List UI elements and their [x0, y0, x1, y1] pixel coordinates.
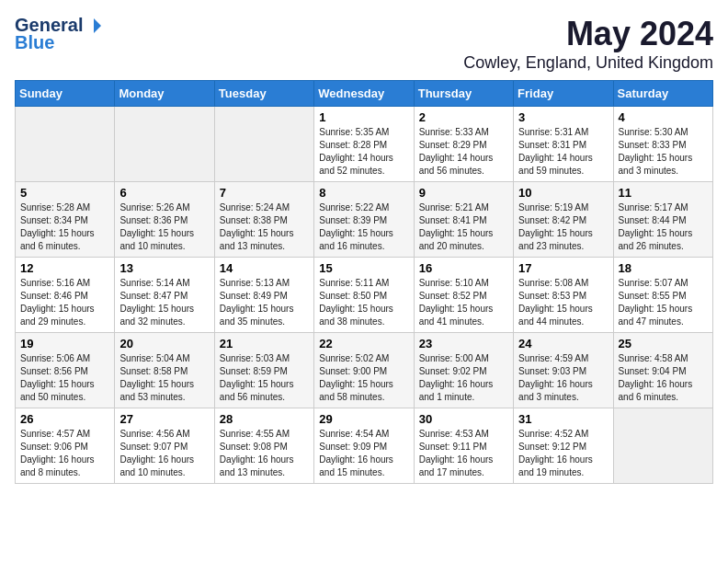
day-number: 30: [419, 412, 508, 426]
calendar-day-7: 7Sunrise: 5:24 AMSunset: 8:38 PMDaylight…: [214, 182, 313, 258]
calendar-day-12: 12Sunrise: 5:16 AMSunset: 8:46 PMDayligh…: [16, 258, 115, 333]
calendar-empty-cell: [214, 107, 313, 182]
weekday-header-sunday: Sunday: [16, 81, 115, 107]
day-number: 4: [619, 110, 708, 124]
day-number: 13: [119, 261, 209, 275]
location-title: Cowley, England, United Kingdom: [463, 53, 713, 73]
day-number: 24: [518, 337, 608, 350]
weekday-header-tuesday: Tuesday: [214, 81, 313, 107]
title-area: May 2024 Cowley, England, United Kingdom: [463, 15, 713, 73]
calendar-day-8: 8Sunrise: 5:22 AMSunset: 8:39 PMDaylight…: [314, 182, 414, 258]
day-number: 21: [220, 337, 309, 350]
day-number: 12: [20, 261, 109, 275]
day-number: 9: [419, 186, 508, 200]
day-number: 31: [518, 412, 608, 426]
day-number: 23: [419, 337, 508, 350]
header: General Blue May 2024 Cowley, England, U…: [15, 15, 713, 73]
calendar-day-21: 21Sunrise: 5:03 AMSunset: 8:59 PMDayligh…: [214, 333, 313, 408]
calendar-day-3: 3Sunrise: 5:31 AMSunset: 8:31 PMDaylight…: [514, 107, 613, 182]
day-number: 10: [518, 186, 608, 200]
day-number: 27: [119, 412, 209, 426]
day-number: 17: [518, 261, 608, 275]
day-number: 26: [20, 412, 109, 426]
calendar-day-19: 19Sunrise: 5:06 AMSunset: 8:56 PMDayligh…: [16, 333, 115, 408]
calendar-empty-cell: [115, 107, 214, 182]
month-title: May 2024: [463, 15, 713, 53]
day-info: Sunrise: 5:24 AMSunset: 8:38 PMDaylight:…: [220, 201, 309, 253]
weekday-header-saturday: Saturday: [613, 81, 712, 107]
day-number: 6: [119, 186, 209, 200]
logo-blue-text: Blue: [15, 32, 54, 53]
day-number: 7: [220, 186, 309, 200]
day-info: Sunrise: 5:17 AMSunset: 8:44 PMDaylight:…: [619, 201, 708, 253]
day-number: 14: [220, 261, 309, 275]
day-info: Sunrise: 5:06 AMSunset: 8:56 PMDaylight:…: [20, 352, 109, 404]
calendar: SundayMondayTuesdayWednesdayThursdayFrid…: [15, 80, 713, 484]
day-info: Sunrise: 5:16 AMSunset: 8:46 PMDaylight:…: [20, 277, 109, 328]
day-number: 5: [20, 186, 109, 200]
calendar-day-11: 11Sunrise: 5:17 AMSunset: 8:44 PMDayligh…: [613, 182, 712, 258]
day-info: Sunrise: 4:54 AMSunset: 9:09 PMDaylight:…: [319, 428, 408, 479]
day-info: Sunrise: 5:31 AMSunset: 8:31 PMDaylight:…: [518, 126, 608, 178]
calendar-day-30: 30Sunrise: 4:53 AMSunset: 9:11 PMDayligh…: [414, 408, 513, 484]
day-number: 20: [119, 337, 209, 350]
calendar-day-29: 29Sunrise: 4:54 AMSunset: 9:09 PMDayligh…: [314, 408, 414, 484]
day-info: Sunrise: 5:04 AMSunset: 8:58 PMDaylight:…: [119, 352, 209, 404]
day-info: Sunrise: 5:35 AMSunset: 8:28 PMDaylight:…: [319, 126, 408, 178]
day-number: 16: [419, 261, 508, 275]
svg-marker-0: [94, 18, 101, 33]
day-info: Sunrise: 5:11 AMSunset: 8:50 PMDaylight:…: [319, 277, 408, 328]
calendar-day-16: 16Sunrise: 5:10 AMSunset: 8:52 PMDayligh…: [414, 258, 513, 333]
day-number: 2: [419, 110, 508, 124]
day-info: Sunrise: 5:21 AMSunset: 8:41 PMDaylight:…: [419, 201, 508, 253]
day-info: Sunrise: 4:56 AMSunset: 9:07 PMDaylight:…: [119, 428, 209, 479]
calendar-day-18: 18Sunrise: 5:07 AMSunset: 8:55 PMDayligh…: [613, 258, 712, 333]
day-number: 25: [619, 337, 708, 350]
calendar-day-15: 15Sunrise: 5:11 AMSunset: 8:50 PMDayligh…: [314, 258, 414, 333]
day-number: 8: [319, 186, 408, 200]
calendar-week-row: 26Sunrise: 4:57 AMSunset: 9:06 PMDayligh…: [16, 408, 713, 484]
day-info: Sunrise: 4:58 AMSunset: 9:04 PMDaylight:…: [619, 352, 708, 404]
day-info: Sunrise: 4:57 AMSunset: 9:06 PMDaylight:…: [20, 428, 109, 479]
calendar-day-14: 14Sunrise: 5:13 AMSunset: 8:49 PMDayligh…: [214, 258, 313, 333]
weekday-header-thursday: Thursday: [414, 81, 513, 107]
calendar-day-25: 25Sunrise: 4:58 AMSunset: 9:04 PMDayligh…: [613, 333, 712, 408]
calendar-week-row: 1Sunrise: 5:35 AMSunset: 8:28 PMDaylight…: [16, 107, 713, 182]
calendar-day-9: 9Sunrise: 5:21 AMSunset: 8:41 PMDaylight…: [414, 182, 513, 258]
calendar-empty-cell: [613, 408, 712, 484]
calendar-day-17: 17Sunrise: 5:08 AMSunset: 8:53 PMDayligh…: [514, 258, 613, 333]
day-number: 1: [319, 110, 408, 124]
day-info: Sunrise: 5:19 AMSunset: 8:42 PMDaylight:…: [518, 201, 608, 253]
calendar-day-26: 26Sunrise: 4:57 AMSunset: 9:06 PMDayligh…: [16, 408, 115, 484]
day-info: Sunrise: 5:14 AMSunset: 8:47 PMDaylight:…: [119, 277, 209, 328]
calendar-day-24: 24Sunrise: 4:59 AMSunset: 9:03 PMDayligh…: [514, 333, 613, 408]
day-info: Sunrise: 5:33 AMSunset: 8:29 PMDaylight:…: [419, 126, 508, 178]
calendar-day-28: 28Sunrise: 4:55 AMSunset: 9:08 PMDayligh…: [214, 408, 313, 484]
calendar-day-23: 23Sunrise: 5:00 AMSunset: 9:02 PMDayligh…: [414, 333, 513, 408]
calendar-header-row: SundayMondayTuesdayWednesdayThursdayFrid…: [16, 81, 713, 107]
day-number: 22: [319, 337, 408, 350]
weekday-header-monday: Monday: [115, 81, 214, 107]
day-number: 29: [319, 412, 408, 426]
weekday-header-wednesday: Wednesday: [314, 81, 414, 107]
day-info: Sunrise: 5:07 AMSunset: 8:55 PMDaylight:…: [619, 277, 708, 328]
day-info: Sunrise: 5:08 AMSunset: 8:53 PMDaylight:…: [518, 277, 608, 328]
day-info: Sunrise: 4:52 AMSunset: 9:12 PMDaylight:…: [518, 428, 608, 479]
day-number: 15: [319, 261, 408, 275]
calendar-day-31: 31Sunrise: 4:52 AMSunset: 9:12 PMDayligh…: [514, 408, 613, 484]
day-info: Sunrise: 5:13 AMSunset: 8:49 PMDaylight:…: [220, 277, 309, 328]
day-number: 18: [619, 261, 708, 275]
day-number: 28: [220, 412, 309, 426]
logo: General Blue: [15, 15, 103, 53]
logo-icon: [85, 17, 103, 35]
calendar-day-6: 6Sunrise: 5:26 AMSunset: 8:36 PMDaylight…: [115, 182, 214, 258]
calendar-week-row: 5Sunrise: 5:28 AMSunset: 8:34 PMDaylight…: [16, 182, 713, 258]
calendar-day-4: 4Sunrise: 5:30 AMSunset: 8:33 PMDaylight…: [613, 107, 712, 182]
day-number: 11: [619, 186, 708, 200]
weekday-header-friday: Friday: [514, 81, 613, 107]
day-info: Sunrise: 5:03 AMSunset: 8:59 PMDaylight:…: [220, 352, 309, 404]
calendar-day-1: 1Sunrise: 5:35 AMSunset: 8:28 PMDaylight…: [314, 107, 414, 182]
day-info: Sunrise: 5:02 AMSunset: 9:00 PMDaylight:…: [319, 352, 408, 404]
day-info: Sunrise: 5:26 AMSunset: 8:36 PMDaylight:…: [119, 201, 209, 253]
calendar-day-20: 20Sunrise: 5:04 AMSunset: 8:58 PMDayligh…: [115, 333, 214, 408]
